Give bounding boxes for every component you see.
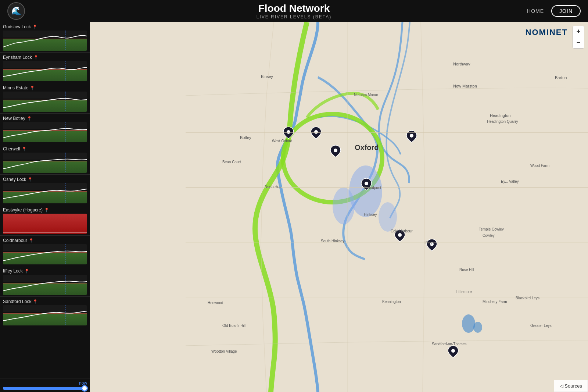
svg-point-22 bbox=[451, 349, 455, 353]
svg-point-14 bbox=[473, 322, 482, 333]
map-label-old-boars-hill: Old Boar's Hill bbox=[222, 324, 245, 328]
nav-home-link[interactable]: HOME bbox=[527, 8, 544, 14]
map-label-hinksey: Hinksey bbox=[364, 213, 377, 217]
map-label-headington-quarry: Headington Quarry bbox=[487, 120, 518, 124]
map-label-west-oxford: West Oxford bbox=[272, 139, 292, 143]
sensor-chart-9[interactable] bbox=[3, 305, 87, 325]
sensor-pin-icon-6: 📍 bbox=[44, 208, 49, 213]
sensor-pin-icon-3: 📍 bbox=[27, 116, 32, 121]
sensor-chart-3[interactable] bbox=[3, 122, 87, 142]
sensor-chart-4[interactable] bbox=[3, 153, 87, 173]
sensor-pin-icon-4: 📍 bbox=[22, 147, 27, 152]
sensor-name-7: Coldharbour📍 bbox=[3, 238, 87, 243]
sensor-pin-icon-9: 📍 bbox=[33, 299, 38, 304]
sensor-item-2[interactable]: Minns Estate📍 bbox=[0, 83, 90, 114]
app-subtitle: Live River Levels (Beta) bbox=[257, 14, 332, 19]
map-label-grandpont: Grandpont bbox=[364, 186, 381, 190]
map-label-northway: Northway bbox=[453, 62, 470, 66]
sensor-name-2: Minns Estate📍 bbox=[3, 85, 87, 90]
map-label-rose-hill: Rose Hill bbox=[459, 268, 474, 272]
sensor-item-7[interactable]: Coldharbour📍 bbox=[0, 236, 90, 266]
map-label-cold-harbour: Cold Harbour bbox=[391, 229, 412, 233]
svg-point-17 bbox=[334, 149, 337, 152]
sensor-chart-8[interactable] bbox=[3, 275, 87, 295]
sensor-pin-icon-0: 📍 bbox=[32, 25, 37, 29]
timeline-bar[interactable] bbox=[3, 387, 87, 390]
sensor-pin-icon-8: 📍 bbox=[24, 269, 29, 274]
map-label-littlemore: Littlemore bbox=[456, 290, 472, 294]
map-label-south-hinksey: South Hinksey bbox=[321, 239, 344, 243]
map-label-headington: Headington bbox=[490, 113, 510, 118]
app-title: Flood Network bbox=[257, 3, 332, 14]
svg-point-18 bbox=[410, 134, 413, 138]
map-label-barton: Barton bbox=[555, 75, 567, 80]
sensor-name-6: Eastwyke (Hogacre)📍 bbox=[3, 207, 87, 213]
map-label-bean-court: Bean Court bbox=[222, 160, 241, 164]
sensor-item-8[interactable]: Iffley Lock📍 bbox=[0, 266, 90, 297]
sensor-item-1[interactable]: Eynsham Lock📍 bbox=[0, 53, 90, 83]
map-label-new-marston: New Marston bbox=[453, 84, 477, 88]
sensor-sidebar: Godstow Lock📍 Eynsham Lock📍 Minns Estate… bbox=[0, 22, 90, 392]
sensor-chart-2[interactable] bbox=[3, 92, 87, 112]
map-label-north-hi: North Hi... bbox=[265, 185, 281, 189]
sidebar-footer: now bbox=[0, 378, 90, 392]
map-label-iffley: Iffley bbox=[424, 241, 432, 245]
header-nav: HOME JOIN bbox=[527, 5, 581, 17]
sensor-chart-0[interactable] bbox=[3, 31, 87, 51]
zoom-out-button[interactable]: − bbox=[573, 37, 584, 48]
sensor-name-5: Osney Lock📍 bbox=[3, 177, 87, 182]
sensor-pin-icon-7: 📍 bbox=[29, 238, 34, 243]
map-label-greater-leys: Greater Leys bbox=[530, 324, 552, 328]
sensor-item-4[interactable]: Cherwell📍 bbox=[0, 144, 90, 175]
sensor-name-0: Godstow Lock📍 bbox=[3, 24, 87, 29]
map-label-botley: Botley bbox=[240, 135, 251, 140]
svg-point-11 bbox=[333, 188, 355, 224]
svg-point-20 bbox=[398, 233, 402, 237]
map-container[interactable]: Oxford Binsey Northway New Marston Headi… bbox=[90, 22, 588, 392]
map-label-notham-manor: Notham Manor bbox=[354, 93, 378, 97]
sensor-name-4: Cherwell📍 bbox=[3, 146, 87, 152]
svg-point-19 bbox=[365, 182, 368, 185]
sensor-chart-1[interactable] bbox=[3, 61, 87, 81]
sensor-name-1: Eynsham Lock📍 bbox=[3, 55, 87, 60]
map-label-blackbird-leys: Blackbird Leys bbox=[516, 296, 539, 300]
sensor-item-6[interactable]: Eastwyke (Hogacre)📍 bbox=[0, 205, 90, 236]
map-label-ey-valley: Ey... Valley bbox=[501, 179, 519, 183]
sensor-pin-icon-5: 📍 bbox=[28, 177, 33, 182]
now-label: now bbox=[3, 381, 87, 386]
sensor-item-0[interactable]: Godstow Lock📍 bbox=[0, 22, 90, 53]
sources-button[interactable]: ◁ Sources bbox=[554, 380, 588, 392]
map-label-wootton-village: Wootton Village bbox=[211, 349, 237, 353]
header-center: Flood Network Live River Levels (Beta) bbox=[257, 3, 332, 19]
map-label-binsey: Binsey bbox=[261, 74, 273, 79]
zoom-in-button[interactable]: + bbox=[573, 26, 584, 37]
nav-join-button[interactable]: JOIN bbox=[551, 5, 581, 17]
map-label-minchery-farm: Minchery Farm bbox=[483, 300, 507, 304]
sensor-item-5[interactable]: Osney Lock📍 bbox=[0, 175, 90, 205]
sensor-chart-5[interactable] bbox=[3, 183, 87, 203]
map-label-temple-cowley: Temple Cowley bbox=[479, 227, 504, 231]
sensor-name-3: New Botley📍 bbox=[3, 116, 87, 121]
map-label-wood-farm: Wood Farm bbox=[530, 164, 549, 168]
map-label-cowley: Cowley bbox=[483, 234, 495, 238]
sensor-pin-icon-1: 📍 bbox=[33, 55, 39, 60]
map-label-henwood: Henwood bbox=[208, 301, 223, 305]
svg-point-13 bbox=[462, 314, 475, 333]
map-label-kennington: Kennington bbox=[382, 300, 401, 304]
svg-point-12 bbox=[379, 202, 397, 232]
sensor-name-8: Iffley Lock📍 bbox=[3, 268, 87, 274]
header: 🌊 Flood Network Live River Levels (Beta)… bbox=[0, 0, 588, 22]
map-svg bbox=[90, 22, 588, 392]
timeline-indicator[interactable] bbox=[81, 385, 88, 392]
sensor-chart-6[interactable] bbox=[3, 214, 87, 234]
header-left: 🌊 bbox=[7, 2, 25, 20]
sensor-chart-7[interactable] bbox=[3, 244, 87, 264]
zoom-controls: + − bbox=[573, 26, 584, 49]
main-content: Godstow Lock📍 Eynsham Lock📍 Minns Estate… bbox=[0, 22, 588, 392]
sensor-item-9[interactable]: Sandford Lock📍 bbox=[0, 297, 90, 327]
nominet-logo: NOMINET bbox=[526, 28, 568, 37]
map-label-sandford: Sandford-on-Thames bbox=[432, 342, 467, 346]
sensor-name-9: Sandford Lock📍 bbox=[3, 299, 87, 304]
sensor-item-3[interactable]: New Botley📍 bbox=[0, 114, 90, 144]
map-label-oxford: Oxford bbox=[355, 143, 379, 152]
